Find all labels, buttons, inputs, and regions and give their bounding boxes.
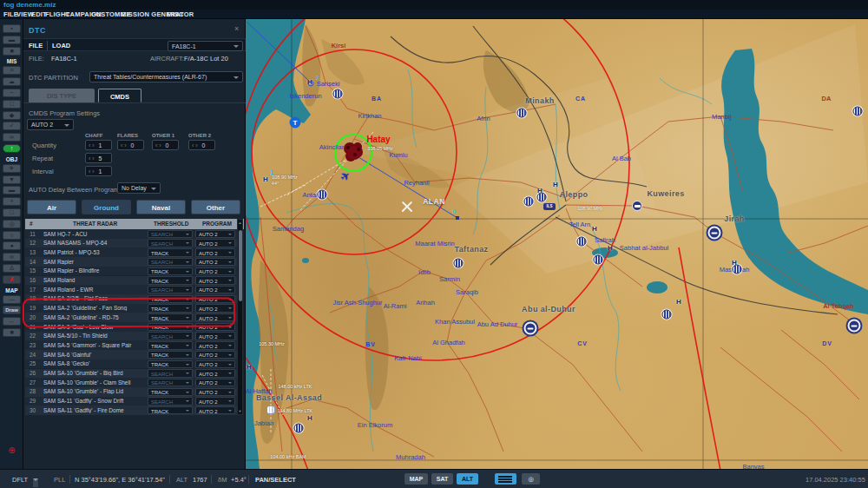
program-select[interactable]: AUTO 2 (195, 230, 235, 238)
chain-icon[interactable]: ∞ (3, 133, 21, 142)
program-select[interactable]: AUTO 2 (195, 397, 235, 405)
frame-icon[interactable]: ■ (3, 328, 21, 337)
table-row-29[interactable]: 29SAM SA-11 'Gadfly' - Snow DriftSEARCHA… (25, 397, 239, 406)
menu-item-misc[interactable]: MISC (167, 10, 184, 18)
airfield-jabbul-icon[interactable] (594, 255, 603, 265)
interval-stepper[interactable]: 1 (85, 166, 112, 176)
table-row-12[interactable]: 12SAM NASAMS - MPQ-64SEARCHAUTO 2 (25, 239, 239, 248)
threshold-select[interactable]: TRACK (148, 388, 193, 396)
airfield-aleppo-1-icon[interactable] (524, 197, 534, 207)
airfield-tabqah-icon[interactable] (848, 320, 861, 333)
program-select[interactable]: AUTO 2 (195, 248, 235, 256)
table-row-17[interactable]: 17SAM Roland - EWRSEARCHAUTO 2 (25, 285, 239, 294)
threshold-select[interactable]: SEARCH (148, 379, 193, 386)
dtc-file-select[interactable]: FA18C-1 (168, 41, 243, 51)
spawn-icon[interactable]: ↑ (3, 144, 21, 153)
trigger-zone-icon[interactable]: □ (3, 100, 21, 109)
waypoint-0-icon[interactable] (456, 216, 459, 220)
ruler-icon[interactable]: ↔ (3, 317, 21, 326)
quantity-flares-stepper[interactable]: 0 (117, 140, 144, 150)
program-select[interactable]: AUTO 2 (195, 341, 235, 349)
table-row-30[interactable]: 30SAM SA-11 'Gadfly' - Fire DomeTRACKAUT… (25, 406, 239, 415)
program-select[interactable]: AUTO 2 (195, 406, 235, 414)
program-select[interactable]: AUTO 2 (195, 258, 235, 266)
program-select[interactable]: AUTO 2 (195, 239, 235, 247)
category-button-naval[interactable]: Naval (136, 200, 186, 214)
group-icon[interactable]: ◎ (3, 220, 21, 228)
sat-layer-button[interactable]: SAT (431, 473, 453, 485)
threshold-select[interactable]: SEARCH (148, 397, 193, 405)
airfield-minakh-icon[interactable] (517, 109, 527, 118)
threshold-select[interactable]: TRACK (148, 351, 193, 359)
threshold-select[interactable]: SEARCH (148, 258, 193, 266)
scrollbar[interactable]: ▲ ▼ (237, 219, 243, 415)
program-select[interactable]: AUTO 2 (195, 360, 235, 368)
table-row-28[interactable]: 28SAM SA-10 'Grumble' - Flap LidTRACKAUT… (25, 387, 239, 397)
scroll-down-icon[interactable]: ▼ (238, 409, 242, 413)
tab-dis-type[interactable]: DIS TYPE (29, 89, 95, 102)
repeat-stepper[interactable]: 5 (85, 153, 112, 163)
airfield-kuweires-icon[interactable] (632, 201, 642, 211)
close-icon[interactable]: × (234, 24, 239, 33)
table-row-24[interactable]: 24SAM SA-6 'Gainful'TRACKAUTO 2 (25, 350, 239, 359)
category-button-ground[interactable]: Ground (82, 200, 131, 214)
template-icon[interactable]: ● (3, 241, 21, 250)
threshold-select[interactable]: TRACK (148, 248, 193, 256)
map-viewport[interactable]: KirsiSarisekiIskenderunBAKirikhanHatayAk… (246, 19, 868, 469)
airfield-east-icon[interactable] (662, 310, 672, 320)
ship-unit-icon[interactable]: ▼ (3, 175, 21, 184)
program-select[interactable]: AUTO 2 (195, 286, 235, 293)
new-mission-icon[interactable]: ▪ (3, 24, 21, 33)
radio-icon[interactable]: ◆ (3, 111, 21, 120)
table-row-22[interactable]: 22SAM SA-5/10 - Tin ShieldSEARCHAUTO 2 (25, 332, 239, 341)
cmds-program-select[interactable]: AUTO 2 (27, 119, 74, 130)
vehicle-unit-icon[interactable]: ▬ (3, 186, 21, 195)
tab-file[interactable]: FILE (29, 42, 43, 49)
map-layer-button[interactable]: MAP (404, 473, 428, 485)
draw-button[interactable]: Draw (3, 306, 21, 314)
airfield-antakya-icon[interactable] (318, 190, 327, 200)
threshold-select[interactable]: TRACK (148, 360, 193, 368)
program-select[interactable]: AUTO 2 (195, 388, 235, 396)
auto-delay-select[interactable]: No Delay (117, 182, 161, 194)
tab-cmds[interactable]: CMDS (98, 89, 141, 102)
table-row-14[interactable]: 14SAM RapierSEARCHAUTO 2 (25, 257, 239, 267)
airfield-abu-ad-duhur-icon[interactable] (524, 322, 537, 335)
program-select[interactable]: AUTO 2 (195, 379, 235, 386)
category-button-other[interactable]: Other (191, 200, 240, 214)
weather-icon[interactable]: ☁ (3, 77, 21, 86)
alt-layer-button[interactable]: ALT (457, 473, 478, 485)
shapes-icon[interactable]: Δ (3, 264, 21, 273)
table-row-27[interactable]: 27SAM SA-10 'Grumble' - Clam ShellSEARCH… (25, 378, 239, 387)
route-tool-icon[interactable]: ~ (3, 89, 21, 97)
profile-select[interactable]: DFLT (12, 476, 28, 484)
key-icon[interactable]: — (3, 295, 21, 304)
quantity-other2-stepper[interactable]: 0 (188, 140, 215, 150)
program-select[interactable]: AUTO 2 (195, 267, 235, 275)
threshold-select[interactable]: SEARCH (148, 286, 193, 293)
validate-icon[interactable]: ✓ (3, 122, 21, 130)
rings-icon[interactable]: ∞ (3, 253, 21, 261)
threshold-select[interactable]: TRACK (148, 267, 193, 275)
quantity-other1-stepper[interactable]: 0 (152, 140, 179, 150)
quantity-chaff-stepper[interactable]: 1 (85, 140, 112, 150)
partition-select[interactable]: Threat Tables/Countermeasures (ALR-67) (89, 71, 243, 82)
delete-icon[interactable]: ✗ (3, 275, 21, 284)
table-row-25[interactable]: 25SAM SA-8 'Gecko'TRACKAUTO 2 (25, 359, 239, 369)
table-row-15[interactable]: 15SAM Rapier - BlindfireTRACKAUTO 2 (25, 267, 239, 276)
category-button-air[interactable]: Air (27, 200, 76, 214)
airfield-iskenderun-icon[interactable] (333, 89, 343, 99)
table-row-11[interactable]: 11SAM HQ-7 - ACUSEARCHAUTO 2 (25, 229, 239, 239)
airfield-da-icon[interactable] (853, 107, 863, 116)
program-select[interactable]: AUTO 2 (195, 276, 235, 284)
save-mission-icon[interactable]: ■ (3, 47, 21, 56)
compass-icon[interactable]: ◎ (522, 473, 540, 485)
tab-load[interactable]: LOAD (52, 42, 70, 49)
airplane-unit-icon[interactable]: ✈ (3, 164, 21, 173)
table-row-23[interactable]: 23SAM SA-5 'Gammon' - Square PairTRACKAU… (25, 340, 239, 350)
open-mission-icon[interactable]: ▬ (3, 36, 21, 44)
threshold-select[interactable]: TRACK (148, 276, 193, 284)
scroll-up-icon[interactable]: ▲ (238, 221, 242, 225)
road-layer-icon[interactable] (495, 473, 516, 485)
threshold-select[interactable]: TRACK (148, 341, 193, 349)
